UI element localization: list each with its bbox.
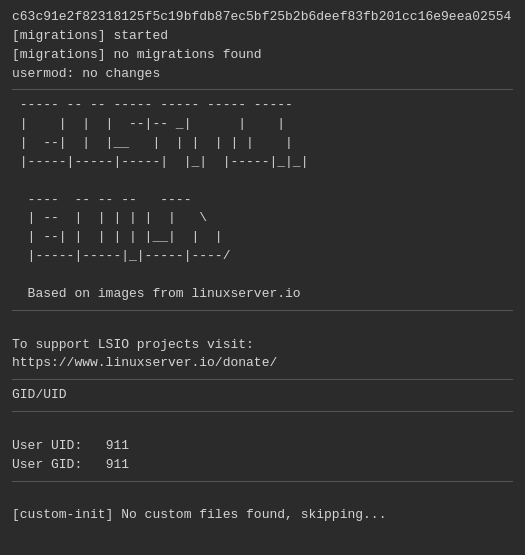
user-uid-line: User UID: 911: [12, 437, 513, 456]
lsio-support: To support LSIO projects visit:: [12, 336, 513, 355]
ascii-line-5: ---- -- -- -- ----: [12, 191, 513, 210]
gid-uid-label: GID/UID: [12, 386, 513, 405]
divider-2: [12, 310, 513, 311]
blank-line-3: [12, 488, 513, 507]
ascii-line-7: | --| | | | | |__| | |: [12, 228, 513, 247]
custom-init-line: [custom-init] No custom files found, ski…: [12, 506, 513, 525]
divider-3: [12, 379, 513, 380]
lsio-url: https://www.linuxserver.io/donate/: [12, 354, 513, 373]
ascii-line-6: | -- | | | | | | \: [12, 209, 513, 228]
divider-5: [12, 481, 513, 482]
blank-line-2: [12, 418, 513, 437]
usermod-line: usermod: no changes: [12, 65, 513, 84]
ascii-blank-2: [12, 266, 513, 285]
blank-line-1: [12, 317, 513, 336]
ascii-line-3: | --| | |__ | | | | | | |: [12, 134, 513, 153]
ascii-line-8: |-----|-----|_|-----|----/: [12, 247, 513, 266]
user-gid-value: 911: [106, 457, 129, 472]
user-uid-value: 911: [106, 438, 129, 453]
user-uid-label: User UID:: [12, 438, 82, 453]
terminal-window: c63c91e2f82318125f5c19bfdb87ec5bf25b2b6d…: [0, 0, 525, 555]
ascii-line-1: ----- -- -- ----- ----- ----- -----: [12, 96, 513, 115]
ascii-line-4: |-----|-----|-----| |_| |-----|_|_|: [12, 153, 513, 172]
migrations-none: [migrations] no migrations found: [12, 46, 513, 65]
migrations-started: [migrations] started: [12, 27, 513, 46]
ascii-blank-1: [12, 172, 513, 191]
based-line: Based on images from linuxserver.io: [12, 285, 513, 304]
divider-1: [12, 89, 513, 90]
user-gid-line: User GID: 911: [12, 456, 513, 475]
hash-line: c63c91e2f82318125f5c19bfdb87ec5bf25b2b6d…: [12, 8, 513, 27]
ascii-line-2: | | | | --|-- _| | |: [12, 115, 513, 134]
user-gid-label: User GID:: [12, 457, 82, 472]
divider-4: [12, 411, 513, 412]
